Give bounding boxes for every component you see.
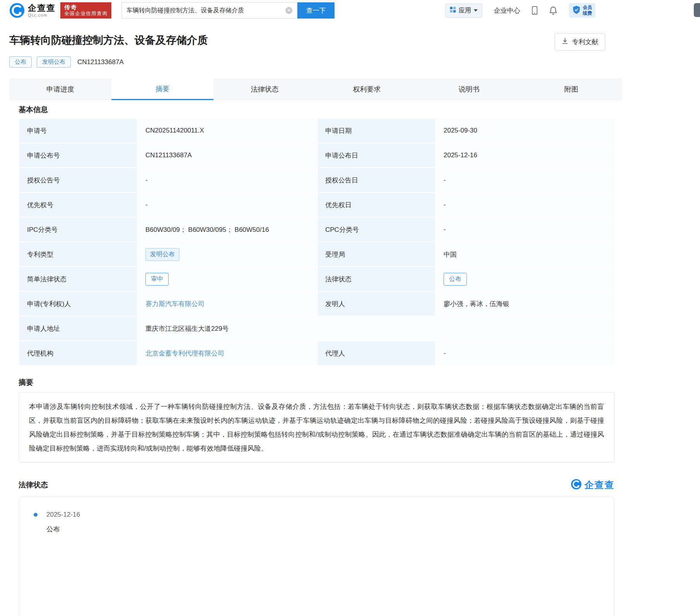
qcc-logo[interactable]: 企查查 Qcc.com 传奇 全国企业信用查询 — [9, 2, 111, 18]
info-label: 代理机构 — [19, 341, 137, 365]
info-label: 简单法律状态 — [19, 267, 137, 291]
patent-tags-row: 公布 发明公布 CN121133687A — [9, 56, 691, 68]
patent-type-badge: 发明公布 — [37, 56, 71, 68]
brand-slogan-badge: 传奇 全国企业信用查询 — [60, 2, 111, 18]
timeline-item: 2025-12-16 公布 — [34, 511, 614, 534]
info-label: 专利类型 — [19, 242, 137, 266]
tab-application-progress[interactable]: 申请进度 — [9, 78, 111, 100]
search-input[interactable] — [126, 7, 285, 14]
patent-type-tag[interactable]: 发明公布 — [145, 248, 179, 261]
patent-document-button[interactable]: 专利文献 — [555, 33, 605, 51]
member-renew-label: 会员 续费 — [583, 5, 592, 16]
enterprise-center-link[interactable]: 企业中心 — [494, 6, 520, 15]
table-row: 申请人地址 重庆市江北区福生大道229号 — [19, 317, 615, 340]
timeline-dot — [34, 513, 38, 517]
member-renew-button[interactable]: 会员 续费 — [569, 3, 596, 18]
member-shield-icon — [572, 5, 580, 16]
info-value: 北京金蓄专利代理有限公司 — [138, 341, 317, 365]
info-value: - — [436, 218, 615, 242]
agency-link[interactable]: 北京金蓄专利代理有限公司 — [145, 350, 224, 357]
timeline-status: 公布 — [46, 524, 614, 534]
search-button[interactable]: 查一下 — [297, 2, 335, 19]
legal-status-tag: 公布 — [444, 273, 467, 286]
main-content: 车辆转向防碰撞控制方法、设备及存储介质 专利文献 公布 发明公布 CN12113… — [0, 33, 700, 616]
info-label: 申请公布日 — [318, 143, 435, 167]
patent-document-label: 专利文献 — [572, 37, 598, 46]
info-label: IPC分类号 — [19, 218, 137, 242]
app-grid-icon — [450, 7, 456, 14]
tab-drawings[interactable]: 附图 — [520, 78, 622, 100]
simple-legal-status-tag: 审中 — [145, 273, 169, 286]
logo-subtitle: Qcc.com — [28, 13, 56, 17]
info-value: 审中 — [138, 267, 317, 291]
status-badge: 公布 — [9, 56, 32, 68]
tab-legal-status[interactable]: 法律状态 — [213, 78, 316, 100]
qcc-logo-text: 企查查 Qcc.com — [28, 3, 56, 17]
notifications-bell-icon[interactable] — [549, 6, 557, 15]
detail-tabs: 申请进度 摘要 法律状态 权利要求 说明书 附图 — [9, 78, 622, 100]
table-row: 授权公告号 - 授权公告日 - — [19, 168, 615, 192]
info-value: - — [436, 193, 615, 217]
info-value: 2025-12-16 — [436, 143, 615, 167]
tab-claims[interactable]: 权利要求 — [316, 78, 418, 100]
mobile-app-icon[interactable] — [532, 6, 538, 15]
info-label: 受理局 — [318, 242, 435, 266]
info-value: CN202511420011.X — [138, 119, 317, 143]
patent-title-row: 车辆转向防碰撞控制方法、设备及存储介质 专利文献 — [9, 33, 605, 51]
basic-info-section-title: 基本信息 — [19, 105, 691, 115]
table-row: 专利类型 发明公布 受理局 中国 — [19, 242, 615, 266]
info-label: CPC分类号 — [318, 218, 435, 242]
info-label: 申请号 — [19, 119, 137, 143]
side-float-widget[interactable] — [694, 3, 700, 17]
info-label: 代理人 — [318, 341, 435, 365]
qcc-brand-text: 企查查 — [584, 479, 615, 491]
table-row: 申请号 CN202511420011.X 申请日期 2025-09-30 — [19, 119, 615, 143]
apps-menu-button[interactable]: 应用 — [445, 3, 482, 18]
applicant-link[interactable]: 赛力斯汽车有限公司 — [145, 300, 205, 308]
info-value: 发明公布 — [138, 242, 317, 266]
legal-status-header: 法律状态 企查查 — [19, 479, 615, 491]
info-value: 重庆市江北区福生大道229号 — [138, 317, 615, 340]
table-row: 申请(专利权)人 赛力斯汽车有限公司 发明人 廖小强，蒋冰，伍海银 — [19, 292, 615, 316]
info-value: B60W30/09； B60W30/095； B60W50/16 — [138, 218, 317, 242]
download-icon — [562, 37, 569, 46]
tab-description[interactable]: 说明书 — [418, 78, 520, 100]
info-value: CN121133687A — [138, 143, 317, 167]
search-bar: ✕ 查一下 — [121, 2, 335, 19]
qcc-brand-mark: 企查查 — [571, 479, 615, 491]
abstract-text: 本申请涉及车辆转向控制技术领域，公开了一种车辆转向防碰撞控制方法、设备及存储介质… — [19, 392, 615, 463]
table-row: 代理机构 北京金蓄专利代理有限公司 代理人 - — [19, 341, 615, 365]
caret-down-icon — [474, 9, 478, 12]
info-value: 廖小强，蒋冰，伍海银 — [436, 292, 615, 316]
info-value: - — [138, 193, 317, 217]
info-value: 中国 — [436, 242, 615, 266]
info-value: - — [436, 168, 615, 192]
info-value: - — [436, 341, 615, 365]
info-label: 申请(专利权)人 — [19, 292, 137, 316]
qcc-brand-icon — [571, 479, 582, 491]
clear-search-icon[interactable]: ✕ — [285, 7, 292, 14]
basic-info-table: 申请号 CN202511420011.X 申请日期 2025-09-30 申请公… — [19, 118, 616, 366]
page-title: 车辆转向防碰撞控制方法、设备及存储介质 — [9, 33, 208, 47]
badge-line2: 全国企业信用查询 — [64, 11, 108, 17]
table-row: 简单法律状态 审中 法律状态 公布 — [19, 267, 615, 291]
logo-name: 企查查 — [28, 3, 56, 13]
table-row: IPC分类号 B60W30/09； B60W30/095； B60W50/16 … — [19, 218, 615, 242]
info-label: 优先权号 — [19, 193, 137, 217]
info-value: - — [138, 168, 317, 192]
info-label: 申请人地址 — [19, 317, 137, 340]
tab-abstract[interactable]: 摘要 — [111, 78, 213, 100]
timeline-date: 2025-12-16 — [46, 511, 80, 519]
search-box[interactable]: ✕ — [121, 2, 297, 19]
info-value: 赛力斯汽车有限公司 — [138, 292, 317, 316]
header-nav: 应用 企业中心 会员 续费 — [445, 3, 596, 18]
info-label: 优先权日 — [318, 193, 435, 217]
legal-status-section-title: 法律状态 — [19, 480, 48, 490]
info-label: 申请日期 — [318, 119, 435, 143]
badge-line1: 传奇 — [64, 4, 108, 10]
apps-menu-label: 应用 — [459, 7, 471, 15]
info-label: 授权公告日 — [318, 168, 435, 192]
table-row: 申请公布号 CN121133687A 申请公布日 2025-12-16 — [19, 143, 615, 167]
info-label: 授权公告号 — [19, 168, 137, 192]
info-value: 公布 — [436, 267, 615, 291]
